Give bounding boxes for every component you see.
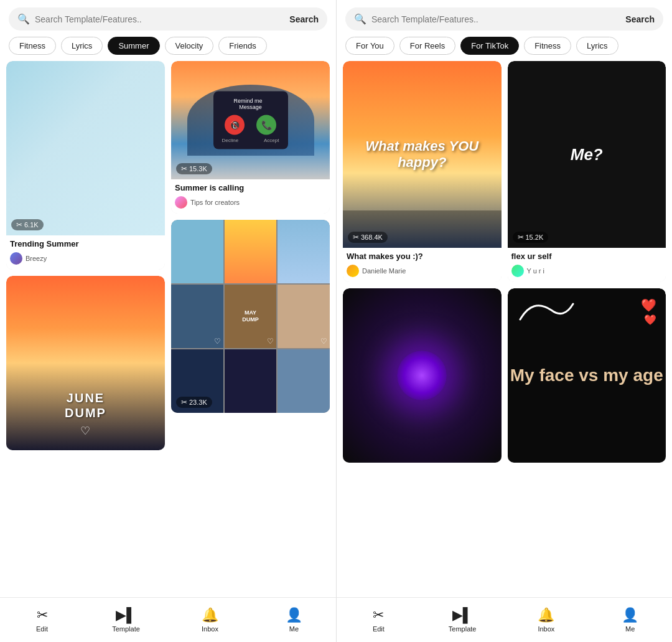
- thumb-airplane: Remind me Message 📵 📞 Decline Accept: [171, 61, 330, 179]
- card-thumb-dark-glow: [343, 288, 502, 463]
- chip-velocity-left[interactable]: Velocity: [165, 37, 214, 55]
- left-nav-template[interactable]: ▶▌ Template: [84, 607, 168, 633]
- left-nav-inbox[interactable]: 🔔 Inbox: [168, 607, 252, 633]
- what-makes-happy-text: What makes YOU happy?: [352, 132, 493, 177]
- right-chips-row: For You For Reels For TikTok Fitness Lyr…: [337, 37, 672, 61]
- card-info-trending-summer: Trending Summer Breezy: [6, 235, 165, 270]
- edit-scissors-icon: ✂: [37, 607, 48, 623]
- card-dark-glow[interactable]: [343, 288, 502, 463]
- swirl-decoration: [514, 295, 660, 328]
- collage-cell-5: MAYDUMP ♡: [225, 285, 277, 348]
- thumb-collage: ♡ MAYDUMP ♡ ♡: [171, 220, 330, 413]
- collage-cell-2: [225, 220, 277, 283]
- card-summer-calling[interactable]: Remind me Message 📵 📞 Decline Accept: [171, 61, 330, 214]
- card-thumb-may-dump: ♡ MAYDUMP ♡ ♡: [171, 220, 330, 413]
- left-nav-me-label: Me: [289, 625, 299, 633]
- left-nav-edit[interactable]: ✂ Edit: [0, 607, 84, 633]
- right-search-button[interactable]: Search: [625, 14, 655, 24]
- thumb-black: Me? ✂ 15.2K: [508, 61, 666, 248]
- scissors-icon-3: ✂: [181, 398, 187, 407]
- badge-may-dump: ✂ 23.3K: [176, 397, 212, 408]
- search-icon-right: 🔍: [354, 13, 366, 25]
- thumb-ocean: ✂ 6.1K: [6, 61, 165, 235]
- card-may-dump[interactable]: ♡ MAYDUMP ♡ ♡: [171, 220, 330, 413]
- chip-lyrics-left[interactable]: Lyrics: [61, 37, 103, 55]
- right-nav-me[interactable]: 👤 Me: [588, 607, 672, 633]
- card-info-summer-calling: Summer is calling Tips for creators: [171, 179, 330, 214]
- chip-friends-left[interactable]: Friends: [218, 37, 266, 55]
- left-search-button[interactable]: Search: [289, 14, 319, 24]
- card-thumb-what-makes-happy: What makes YOU happy? ✂ 368.4K: [343, 61, 502, 248]
- author-name-tips: Tips for creators: [190, 199, 240, 206]
- decline-btn: 📵: [225, 115, 245, 135]
- chip-foryou-right[interactable]: For You: [345, 37, 394, 55]
- badge-flex-ur-self: ✂ 15.2K: [513, 232, 549, 243]
- left-panel: 🔍 Search Fitness Lyrics Summer Velocity …: [0, 0, 336, 642]
- bell-icon-left: 🔔: [202, 607, 218, 623]
- chip-forreels-right[interactable]: For Reels: [399, 37, 455, 55]
- left-nav-edit-label: Edit: [36, 625, 48, 633]
- card-trending-summer[interactable]: ✂ 6.1K Trending Summer Breezy: [6, 61, 165, 270]
- scissors-icon-1: ✂: [16, 220, 22, 229]
- card-thumb-flex-ur-self: Me? ✂ 15.2K: [508, 61, 666, 248]
- card-author-what-makes-happy: Danielle Marie: [347, 265, 498, 277]
- chip-fitness-left[interactable]: Fitness: [9, 37, 56, 55]
- right-bottom-nav: ✂ Edit ▶▌ Template 🔔 Inbox 👤 Me: [337, 597, 672, 642]
- right-nav-inbox[interactable]: 🔔 Inbox: [505, 607, 589, 633]
- accept-btn: 📞: [256, 115, 276, 135]
- may-dump-label: MAYDUMP: [242, 309, 259, 323]
- heart-4: ♡: [214, 337, 221, 346]
- chip-fortiktok-right[interactable]: For TikTok: [460, 37, 519, 55]
- badge-summer-calling: ✂ 15.3K: [176, 163, 212, 174]
- right-grid: What makes YOU happy? ✂ 368.4K What make…: [343, 61, 666, 463]
- card-june-dump[interactable]: JUNEDUMP ♡: [6, 276, 165, 450]
- thumb-dark-glow: [343, 288, 502, 463]
- heart-5: ♡: [267, 337, 274, 346]
- right-content: What makes YOU happy? ✂ 368.4K What make…: [337, 61, 672, 642]
- card-title-what-makes-happy: What makes you :)?: [347, 252, 498, 262]
- card-thumb-summer-calling: Remind me Message 📵 📞 Decline Accept: [171, 61, 330, 179]
- badge-count-r1: 368.4K: [361, 234, 383, 241]
- bell-icon-right: 🔔: [538, 607, 554, 623]
- left-nav-me[interactable]: 👤 Me: [252, 607, 336, 633]
- left-search-input[interactable]: [35, 14, 284, 24]
- call-buttons: 📵 📞: [222, 115, 279, 135]
- author-name-yuri: Y u r i: [527, 267, 545, 275]
- right-nav-edit-label: Edit: [373, 625, 385, 633]
- avatar-yuri: [511, 265, 524, 277]
- card-face-age[interactable]: ❤️ ❤️ My face vs my age: [508, 288, 666, 463]
- collage-cell-1: [171, 220, 223, 283]
- badge-what-makes-happy: ✂ 368.4K: [348, 232, 388, 243]
- card-title-summer-calling: Summer is calling: [175, 183, 326, 194]
- right-search-bar[interactable]: 🔍 Search: [345, 7, 663, 31]
- template-icon: ▶▌: [116, 607, 136, 623]
- right-nav-inbox-label: Inbox: [538, 625, 554, 633]
- card-what-makes-happy[interactable]: What makes YOU happy? ✂ 368.4K What make…: [343, 61, 502, 282]
- collage-cell-4: ♡: [171, 285, 223, 348]
- left-search-bar[interactable]: 🔍 Search: [9, 7, 327, 31]
- decline-label: Decline: [222, 138, 239, 143]
- person-icon-right: 👤: [622, 607, 638, 623]
- right-nav-template[interactable]: ▶▌ Template: [421, 607, 505, 633]
- collage-cell-9: [278, 349, 330, 413]
- collage-cell-3: [278, 220, 330, 283]
- left-nav-inbox-label: Inbox: [202, 625, 218, 633]
- collage-cell-6: ♡: [278, 285, 330, 348]
- face-age-text: My face vs my age: [510, 365, 663, 386]
- card-thumb-face-age: ❤️ ❤️ My face vs my age: [508, 288, 666, 463]
- right-search-input[interactable]: [371, 14, 620, 24]
- chip-summer-left[interactable]: Summer: [108, 37, 159, 55]
- person-icon-left: 👤: [286, 607, 302, 623]
- left-bottom-nav: ✂ Edit ▶▌ Template 🔔 Inbox 👤 Me: [0, 597, 336, 642]
- card-author-summer-calling: Tips for creators: [175, 196, 326, 209]
- me-text: Me?: [571, 145, 603, 164]
- card-info-what-makes-happy: What makes you :)? Danielle Marie: [343, 248, 502, 282]
- scissors-icon-r1: ✂: [353, 233, 359, 242]
- card-author-flex-ur-self: Y u r i: [511, 265, 663, 277]
- chip-fitness-right[interactable]: Fitness: [524, 37, 571, 55]
- chip-lyrics-right[interactable]: Lyrics: [576, 37, 618, 55]
- phone-call-mockup: Remind me Message 📵 📞 Decline Accept: [213, 92, 288, 149]
- card-author-trending-summer: Breezy: [10, 252, 161, 265]
- right-nav-edit[interactable]: ✂ Edit: [337, 607, 421, 633]
- card-flex-ur-self[interactable]: Me? ✂ 15.2K flex ur self Y u r i: [508, 61, 666, 282]
